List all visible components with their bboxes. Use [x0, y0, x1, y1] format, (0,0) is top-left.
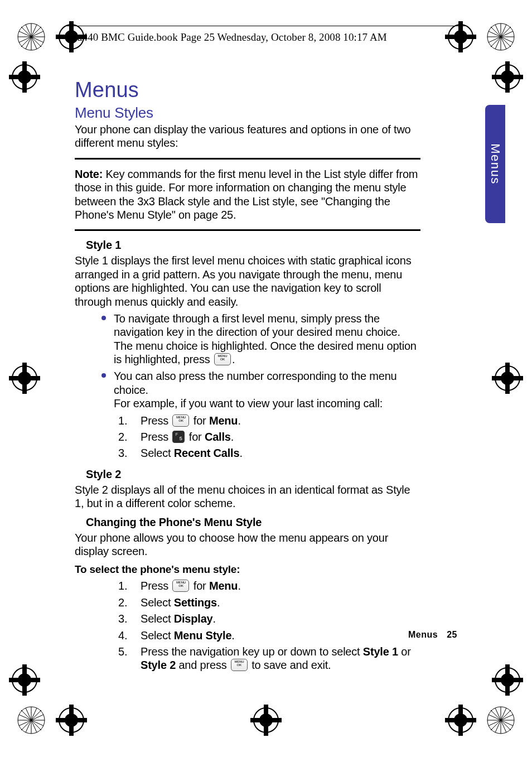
list-number: 4. [118, 629, 134, 642]
list-item: 4. Select Menu Style. [75, 629, 420, 642]
list-number: 1. [118, 414, 134, 427]
list-item: 2. Press for Calls. [75, 430, 420, 443]
intro-paragraph: Your phone can display the various featu… [75, 123, 420, 150]
footer-section: Menus [408, 630, 438, 639]
svg-rect-70 [458, 705, 463, 736]
regmark-icon [486, 706, 515, 735]
svg-rect-58 [505, 363, 510, 394]
header-rule [66, 26, 466, 26]
style1-paragraph: Style 1 displays the first level menu ch… [75, 254, 420, 308]
menu-ok-key-icon [231, 659, 248, 671]
list-item: 3. Select Display. [75, 612, 420, 625]
bullet-item: You can also press the number correspond… [75, 369, 420, 410]
section-title: Menu Styles [75, 104, 420, 122]
style2-heading: Style 2 [86, 468, 420, 481]
crosshair-icon [492, 664, 523, 696]
changing-paragraph: Your phone allows you to choose how the … [75, 531, 420, 558]
crosshair-icon [56, 705, 87, 736]
list-number: 2. [118, 596, 134, 609]
crosshair-icon [492, 363, 523, 394]
list-item: 2. Select Settings. [75, 596, 420, 609]
running-head: u440 BMC Guide.book Page 25 Wednesday, O… [77, 31, 387, 44]
list-number: 5. [118, 645, 134, 658]
list-number: 1. [118, 579, 134, 592]
page: u440 BMC Guide.book Page 25 Wednesday, O… [0, 0, 532, 757]
note-label: Note: [75, 168, 103, 180]
svg-rect-66 [264, 705, 268, 736]
bullet-text: You can also press the number correspond… [114, 370, 396, 396]
chapter-title: Menus [75, 78, 420, 102]
page-footer: Menus25 [408, 630, 457, 640]
note-rule-bottom [75, 229, 420, 231]
crosshair-icon [9, 664, 40, 696]
svg-rect-78 [505, 664, 510, 696]
bullet-text-tail: . [232, 353, 235, 365]
note-paragraph: Note: Key commands for the first menu le… [75, 167, 420, 222]
content: Menus Menu Styles Your phone can display… [75, 78, 420, 675]
svg-rect-46 [22, 61, 27, 93]
side-tab: Menus [485, 105, 505, 223]
list-item: 3. Select Recent Calls. [75, 446, 420, 460]
menu-ok-key-icon [172, 580, 189, 592]
footer-page-number: 25 [447, 630, 457, 639]
list-number: 3. [118, 612, 134, 625]
list-item: 5. Press the navigation key up or down t… [75, 645, 420, 672]
regmark-icon [17, 22, 46, 51]
menu-ok-key-icon [172, 414, 189, 427]
instruction-heading: To select the phone's menu style: [75, 563, 420, 576]
crosshair-icon [492, 61, 523, 93]
svg-rect-50 [505, 61, 510, 93]
regmark-icon [486, 22, 515, 51]
crosshair-icon [9, 363, 40, 394]
svg-rect-62 [69, 705, 74, 736]
svg-rect-74 [22, 664, 27, 696]
list-number: 2. [118, 430, 134, 443]
crosshair-icon [9, 61, 40, 93]
regmark-icon [17, 706, 46, 735]
list-item: 1. Press for Menu. [75, 579, 420, 592]
bullet-item: To navigate through a first level menu, … [75, 312, 420, 367]
list-number: 3. [118, 446, 134, 460]
changing-heading: Changing the Phone's Menu Style [86, 516, 420, 529]
style2-paragraph: Style 2 displays all of the menu choices… [75, 483, 420, 510]
crosshair-icon [445, 705, 476, 736]
side-tab-label: Menus [488, 143, 502, 185]
bullet-text: To navigate through a first level menu, … [114, 312, 417, 365]
menu-ok-key-icon [214, 353, 231, 365]
note-rule-top [75, 158, 420, 160]
bullet-text-2: For example, if you want to view your la… [114, 397, 383, 409]
list-item: 1. Press for Menu. [75, 414, 420, 427]
five-key-icon [172, 431, 185, 443]
style1-heading: Style 1 [86, 239, 420, 252]
note-text: Key commands for the first menu level in… [75, 168, 418, 221]
svg-rect-54 [22, 363, 27, 394]
crosshair-icon [250, 705, 282, 736]
